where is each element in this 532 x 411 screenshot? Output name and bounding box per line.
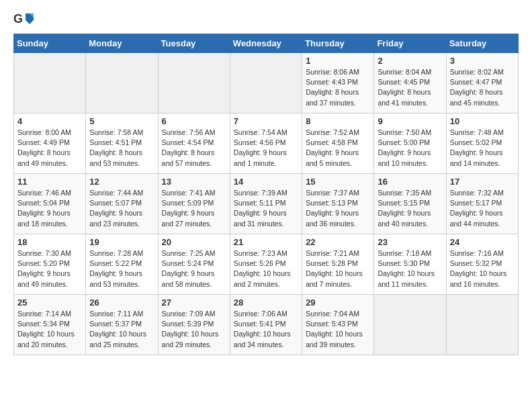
day-info: Sunrise: 7:58 AM Sunset: 4:51 PM Dayligh… [89,128,154,169]
day-info: Sunrise: 7:48 AM Sunset: 5:02 PM Dayligh… [450,128,515,169]
calendar-table: SundayMondayTuesdayWednesdayThursdayFrid… [13,34,519,355]
logo: G [13,11,38,28]
day-info: Sunrise: 7:06 AM Sunset: 5:41 PM Dayligh… [234,309,298,350]
weekday-header: Friday [374,34,446,53]
day-info: Sunrise: 7:28 AM Sunset: 5:22 PM Dayligh… [89,248,154,289]
calendar-cell: 12Sunrise: 7:44 AM Sunset: 5:07 PM Dayli… [86,174,158,234]
weekday-header: Monday [86,34,158,53]
calendar-cell: 29Sunrise: 7:04 AM Sunset: 5:43 PM Dayli… [302,295,374,355]
calendar-cell [230,53,302,113]
day-number: 19 [89,237,154,247]
svg-text:G: G [13,12,23,26]
day-info: Sunrise: 7:23 AM Sunset: 5:26 PM Dayligh… [234,248,298,289]
day-info: Sunrise: 7:39 AM Sunset: 5:11 PM Dayligh… [234,188,298,229]
calendar-week-row: 25Sunrise: 7:14 AM Sunset: 5:34 PM Dayli… [14,295,519,355]
calendar-cell: 15Sunrise: 7:37 AM Sunset: 5:13 PM Dayli… [302,174,374,234]
calendar-cell [446,295,518,355]
calendar-header-row: SundayMondayTuesdayWednesdayThursdayFrid… [14,34,519,53]
calendar-week-row: 18Sunrise: 7:30 AM Sunset: 5:20 PM Dayli… [14,234,519,295]
calendar-cell: 19Sunrise: 7:28 AM Sunset: 5:22 PM Dayli… [86,234,158,295]
weekday-header: Saturday [446,34,518,53]
day-info: Sunrise: 7:21 AM Sunset: 5:28 PM Dayligh… [306,248,370,289]
calendar-cell: 20Sunrise: 7:25 AM Sunset: 5:24 PM Dayli… [158,234,230,295]
calendar-cell: 23Sunrise: 7:18 AM Sunset: 5:30 PM Dayli… [374,234,446,295]
day-info: Sunrise: 7:37 AM Sunset: 5:13 PM Dayligh… [306,188,370,229]
calendar-cell: 2Sunrise: 8:04 AM Sunset: 4:45 PM Daylig… [374,53,446,113]
calendar-week-row: 11Sunrise: 7:46 AM Sunset: 5:04 PM Dayli… [14,174,519,234]
day-number: 12 [89,177,154,187]
day-number: 1 [306,56,370,66]
weekday-header: Thursday [302,34,374,53]
day-number: 17 [450,177,515,187]
calendar-cell: 22Sunrise: 7:21 AM Sunset: 5:28 PM Dayli… [302,234,374,295]
day-info: Sunrise: 7:46 AM Sunset: 5:04 PM Dayligh… [17,188,82,229]
day-number: 18 [17,237,82,247]
day-info: Sunrise: 7:16 AM Sunset: 5:32 PM Dayligh… [450,248,515,289]
calendar-cell: 8Sunrise: 7:52 AM Sunset: 4:58 PM Daylig… [302,113,374,174]
day-number: 9 [378,116,442,126]
day-info: Sunrise: 7:25 AM Sunset: 5:24 PM Dayligh… [162,248,226,289]
day-number: 3 [450,56,515,66]
day-info: Sunrise: 7:30 AM Sunset: 5:20 PM Dayligh… [17,248,82,289]
day-number: 14 [234,177,298,187]
calendar-cell [374,295,446,355]
calendar-cell: 13Sunrise: 7:41 AM Sunset: 5:09 PM Dayli… [158,174,230,234]
day-number: 11 [17,177,82,187]
calendar-cell: 28Sunrise: 7:06 AM Sunset: 5:41 PM Dayli… [230,295,302,355]
day-number: 29 [306,298,370,308]
day-number: 28 [234,298,298,308]
day-number: 6 [162,116,226,126]
day-info: Sunrise: 7:14 AM Sunset: 5:34 PM Dayligh… [17,309,82,350]
day-info: Sunrise: 7:41 AM Sunset: 5:09 PM Dayligh… [162,188,226,229]
day-info: Sunrise: 7:04 AM Sunset: 5:43 PM Dayligh… [306,309,370,350]
calendar-cell: 4Sunrise: 8:00 AM Sunset: 4:49 PM Daylig… [14,113,86,174]
calendar-cell: 7Sunrise: 7:54 AM Sunset: 4:56 PM Daylig… [230,113,302,174]
calendar-cell: 18Sunrise: 7:30 AM Sunset: 5:20 PM Dayli… [14,234,86,295]
day-number: 22 [306,237,370,247]
calendar-cell: 1Sunrise: 8:06 AM Sunset: 4:43 PM Daylig… [302,53,374,113]
calendar-cell [158,53,230,113]
day-info: Sunrise: 7:09 AM Sunset: 5:39 PM Dayligh… [162,309,226,350]
calendar-body: 1Sunrise: 8:06 AM Sunset: 4:43 PM Daylig… [14,53,519,355]
calendar-cell [86,53,158,113]
day-number: 25 [17,298,82,308]
day-info: Sunrise: 7:54 AM Sunset: 4:56 PM Dayligh… [234,128,298,169]
day-info: Sunrise: 7:35 AM Sunset: 5:15 PM Dayligh… [378,188,442,229]
day-info: Sunrise: 7:50 AM Sunset: 5:00 PM Dayligh… [378,128,442,169]
calendar-cell: 9Sunrise: 7:50 AM Sunset: 5:00 PM Daylig… [374,113,446,174]
day-number: 27 [162,298,226,308]
day-number: 15 [306,177,370,187]
day-number: 8 [306,116,370,126]
calendar-cell: 17Sunrise: 7:32 AM Sunset: 5:17 PM Dayli… [446,174,518,234]
day-number: 4 [17,116,82,126]
day-info: Sunrise: 7:44 AM Sunset: 5:07 PM Dayligh… [89,188,154,229]
day-number: 20 [162,237,226,247]
day-number: 26 [89,298,154,308]
day-number: 24 [450,237,515,247]
day-info: Sunrise: 8:02 AM Sunset: 4:47 PM Dayligh… [450,67,515,108]
calendar-cell: 16Sunrise: 7:35 AM Sunset: 5:15 PM Dayli… [374,174,446,234]
calendar-cell: 10Sunrise: 7:48 AM Sunset: 5:02 PM Dayli… [446,113,518,174]
weekday-header: Tuesday [158,34,230,53]
calendar-week-row: 1Sunrise: 8:06 AM Sunset: 4:43 PM Daylig… [14,53,519,113]
day-info: Sunrise: 7:32 AM Sunset: 5:17 PM Dayligh… [450,188,515,229]
calendar-cell: 26Sunrise: 7:11 AM Sunset: 5:37 PM Dayli… [86,295,158,355]
logo-icon: G [13,11,35,28]
day-info: Sunrise: 8:04 AM Sunset: 4:45 PM Dayligh… [378,67,442,108]
calendar-cell: 21Sunrise: 7:23 AM Sunset: 5:26 PM Dayli… [230,234,302,295]
day-number: 13 [162,177,226,187]
calendar-cell: 11Sunrise: 7:46 AM Sunset: 5:04 PM Dayli… [14,174,86,234]
day-number: 21 [234,237,298,247]
calendar-cell: 3Sunrise: 8:02 AM Sunset: 4:47 PM Daylig… [446,53,518,113]
day-info: Sunrise: 7:52 AM Sunset: 4:58 PM Dayligh… [306,128,370,169]
day-info: Sunrise: 8:00 AM Sunset: 4:49 PM Dayligh… [17,128,82,169]
calendar-cell [14,53,86,113]
weekday-header: Sunday [14,34,86,53]
page-header: G [13,11,519,28]
day-info: Sunrise: 7:11 AM Sunset: 5:37 PM Dayligh… [89,309,154,350]
day-info: Sunrise: 7:18 AM Sunset: 5:30 PM Dayligh… [378,248,442,289]
day-number: 2 [378,56,442,66]
calendar-cell: 6Sunrise: 7:56 AM Sunset: 4:54 PM Daylig… [158,113,230,174]
day-number: 5 [89,116,154,126]
calendar-cell: 27Sunrise: 7:09 AM Sunset: 5:39 PM Dayli… [158,295,230,355]
